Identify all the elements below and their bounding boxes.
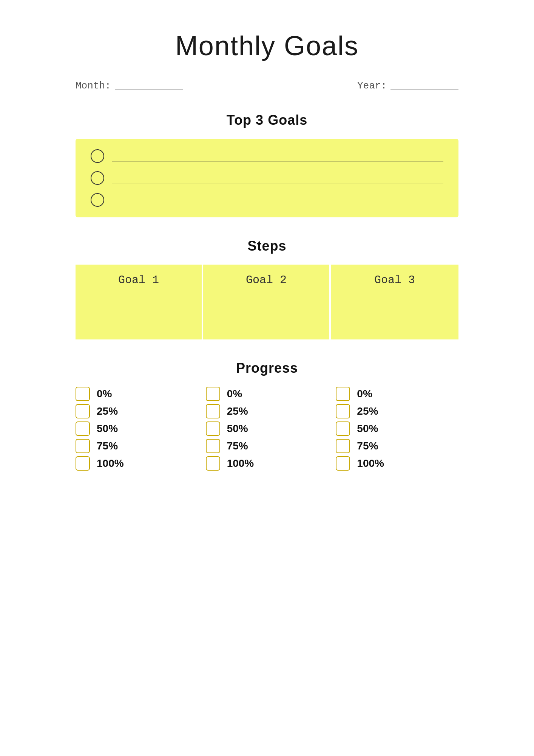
goal-item-3 [91,193,443,207]
progress-checkbox-1-4[interactable] [76,456,90,471]
page-title: Monthly Goals [76,30,458,61]
progress-value-2-2: 50% [227,423,248,435]
goal-circle-2[interactable] [91,171,104,185]
progress-row-1-0: 0% [76,387,198,401]
progress-col-1: 0% 25% 50% 75% 100% [76,387,198,471]
goal-line-2[interactable] [112,173,443,183]
progress-checkbox-2-0[interactable] [206,387,220,401]
progress-value-1-4: 100% [97,457,124,469]
year-label: Year: [357,80,387,91]
progress-value-2-0: 0% [227,388,242,400]
progress-checkbox-1-1[interactable] [76,404,90,418]
year-field: Year: [357,80,458,91]
page: Monthly Goals Month: Year: Top 3 Goals [0,0,534,756]
progress-checkbox-2-1[interactable] [206,404,220,418]
progress-row-3-2: 50% [336,421,458,436]
meta-row: Month: Year: [76,80,458,91]
progress-checkbox-3-4[interactable] [336,456,350,471]
progress-row-3-3: 75% [336,439,458,453]
goal-line-1[interactable] [112,151,443,161]
steps-title: Steps [76,238,458,254]
step-col-title-2: Goal 2 [246,274,287,287]
goals-box [76,139,458,217]
progress-row-2-3: 75% [206,439,329,453]
progress-value-3-4: 100% [357,457,384,469]
step-col-title-3: Goal 3 [374,274,415,287]
progress-value-3-0: 0% [357,388,372,400]
progress-title: Progress [76,360,458,376]
goal-item-2 [91,171,443,185]
progress-value-1-3: 75% [97,440,118,452]
steps-grid: Goal 1 Goal 2 Goal 3 [76,265,458,339]
progress-checkbox-1-3[interactable] [76,439,90,453]
progress-value-1-1: 25% [97,405,118,417]
steps-section: Steps Goal 1 Goal 2 Goal 3 [76,238,458,339]
step-col-3: Goal 3 [331,265,458,339]
progress-checkbox-3-3[interactable] [336,439,350,453]
step-col-title-1: Goal 1 [118,274,159,287]
progress-row-2-2: 50% [206,421,329,436]
progress-row-1-2: 50% [76,421,198,436]
goal-circle-3[interactable] [91,193,104,207]
progress-row-3-4: 100% [336,456,458,471]
month-input-line[interactable] [115,82,183,90]
progress-value-3-3: 75% [357,440,378,452]
goal-circle-1[interactable] [91,149,104,163]
progress-row-3-1: 25% [336,404,458,418]
progress-row-2-0: 0% [206,387,329,401]
progress-checkbox-2-2[interactable] [206,421,220,436]
progress-value-3-2: 50% [357,423,378,435]
progress-row-2-4: 100% [206,456,329,471]
progress-row-1-1: 25% [76,404,198,418]
progress-col-2: 0% 25% 50% 75% 100% [206,387,329,471]
progress-value-1-2: 50% [97,423,118,435]
month-field: Month: [76,80,183,91]
progress-section: Progress 0% 25% 50% 75% [76,360,458,471]
progress-checkbox-3-0[interactable] [336,387,350,401]
top3goals-title: Top 3 Goals [76,112,458,128]
progress-row-3-0: 0% [336,387,458,401]
progress-checkbox-1-0[interactable] [76,387,90,401]
progress-grid: 0% 25% 50% 75% 100% [76,387,458,471]
progress-value-2-4: 100% [227,457,254,469]
month-label: Month: [76,80,111,91]
year-input-line[interactable] [390,82,458,90]
progress-checkbox-3-1[interactable] [336,404,350,418]
goal-line-3[interactable] [112,195,443,205]
progress-checkbox-2-3[interactable] [206,439,220,453]
progress-checkbox-3-2[interactable] [336,421,350,436]
progress-value-3-1: 25% [357,405,378,417]
progress-checkbox-1-2[interactable] [76,421,90,436]
progress-row-1-3: 75% [76,439,198,453]
progress-value-2-1: 25% [227,405,248,417]
top3goals-section: Top 3 Goals [76,112,458,217]
progress-value-2-3: 75% [227,440,248,452]
progress-row-1-4: 100% [76,456,198,471]
progress-checkbox-2-4[interactable] [206,456,220,471]
progress-row-2-1: 25% [206,404,329,418]
progress-value-1-0: 0% [97,388,112,400]
step-col-2: Goal 2 [203,265,331,339]
progress-col-3: 0% 25% 50% 75% 100% [336,387,458,471]
step-col-1: Goal 1 [76,265,203,339]
goal-item-1 [91,149,443,163]
